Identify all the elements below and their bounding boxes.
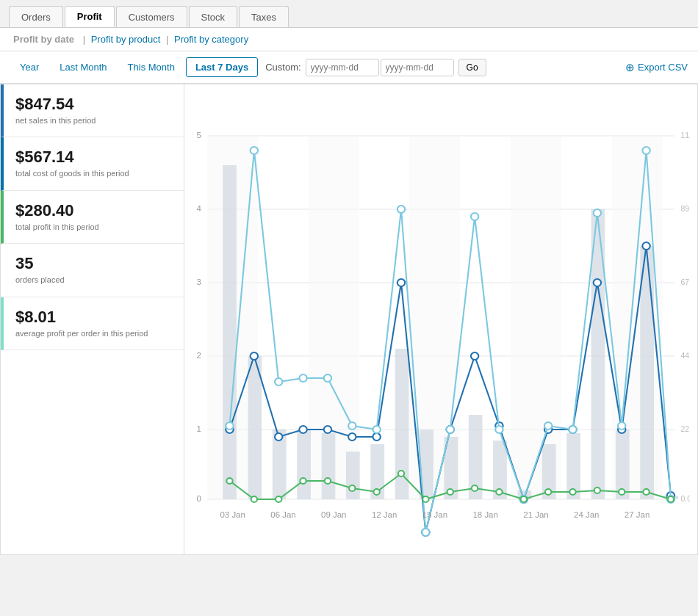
svg-point-48 <box>373 433 380 441</box>
stat-cost-goods-value: $567.14 <box>15 148 172 167</box>
svg-rect-28 <box>346 452 360 499</box>
svg-point-44 <box>275 433 282 441</box>
svg-point-72 <box>495 426 503 433</box>
custom-date-end[interactable] <box>381 59 454 76</box>
stats-panel: $847.54 net sales in this period $567.14… <box>1 84 184 554</box>
svg-point-74 <box>544 422 552 430</box>
svg-rect-40 <box>640 246 654 499</box>
filter-last-7-days[interactable]: Last 7 Days <box>186 57 258 77</box>
stat-cost-goods-label: total cost of goods in this period <box>15 168 172 179</box>
svg-point-82 <box>276 496 281 502</box>
stat-net-sales-value: $847.54 <box>15 95 172 114</box>
svg-point-75 <box>569 426 576 433</box>
svg-point-59 <box>642 242 650 250</box>
stat-avg-profit-label: average profit per order in this period <box>15 328 172 339</box>
svg-text:67.33: 67.33 <box>680 278 690 286</box>
svg-rect-23 <box>223 165 237 499</box>
subnav-link-product[interactable]: Profit by product <box>91 34 161 45</box>
svg-point-96 <box>619 489 625 495</box>
svg-point-85 <box>349 485 355 491</box>
subnav-link-category[interactable]: Profit by category <box>174 34 248 45</box>
svg-point-67 <box>373 426 380 433</box>
svg-text:0.00: 0.00 <box>680 495 690 503</box>
svg-point-43 <box>251 352 258 360</box>
svg-text:12 Jan: 12 Jan <box>372 510 397 519</box>
chart-area: 5 4 3 2 1 0 112.21 89.77 67.33 44.88 22.… <box>184 84 697 554</box>
svg-point-62 <box>251 147 258 154</box>
svg-text:18 Jan: 18 Jan <box>472 510 497 519</box>
svg-point-90 <box>472 485 478 491</box>
svg-point-47 <box>348 433 356 441</box>
svg-text:2: 2 <box>197 351 201 360</box>
svg-point-95 <box>594 488 600 493</box>
svg-point-69 <box>422 529 429 536</box>
svg-text:09 Jan: 09 Jan <box>321 510 346 519</box>
svg-point-63 <box>275 378 282 385</box>
filter-last-month[interactable]: Last Month <box>50 57 116 77</box>
stat-net-sales-label: net sales in this period <box>15 115 172 126</box>
go-button[interactable]: Go <box>458 59 486 76</box>
stat-avg-profit: $8.01 average profit per order in this p… <box>1 297 184 350</box>
svg-point-71 <box>471 213 478 220</box>
custom-date-start[interactable] <box>306 59 379 76</box>
subnav-separator1: | <box>83 34 88 45</box>
svg-text:1: 1 <box>197 424 201 433</box>
svg-point-64 <box>299 374 306 382</box>
sub-nav: Profit by date | Profit by product | Pro… <box>0 28 698 51</box>
svg-point-78 <box>642 147 650 154</box>
filter-this-month[interactable]: This Month <box>118 57 184 77</box>
tab-taxes[interactable]: Taxes <box>239 6 289 27</box>
stat-total-profit: $280.40 total profit in this period <box>1 191 184 244</box>
svg-point-94 <box>569 489 575 495</box>
subnav-current: Profit by date <box>13 34 74 45</box>
svg-point-91 <box>496 489 502 495</box>
stat-cost-goods: $567.14 total cost of goods in this peri… <box>1 137 184 190</box>
svg-point-46 <box>324 426 331 433</box>
svg-point-77 <box>618 422 625 430</box>
svg-point-93 <box>545 489 551 495</box>
svg-point-65 <box>324 374 331 382</box>
svg-text:89.77: 89.77 <box>680 205 690 213</box>
svg-text:06 Jan: 06 Jan <box>270 510 295 519</box>
tab-profit[interactable]: Profit <box>65 6 115 27</box>
svg-text:44.88: 44.88 <box>680 352 690 360</box>
svg-point-89 <box>447 489 453 495</box>
svg-point-88 <box>422 496 428 502</box>
svg-point-70 <box>447 426 454 433</box>
svg-rect-24 <box>248 356 262 499</box>
profit-chart: 5 4 3 2 1 0 112.21 89.77 67.33 44.88 22.… <box>184 92 690 547</box>
svg-point-98 <box>668 496 674 502</box>
tab-customers[interactable]: Customers <box>116 6 187 27</box>
svg-point-76 <box>594 209 601 217</box>
svg-point-52 <box>471 352 478 360</box>
stat-total-profit-value: $280.40 <box>15 201 172 220</box>
svg-point-80 <box>226 478 232 484</box>
svg-rect-26 <box>297 430 311 499</box>
svg-text:5: 5 <box>197 131 201 139</box>
top-nav: Orders Profit Customers Stock Taxes <box>0 0 698 28</box>
main-content: $847.54 net sales in this period $567.14… <box>0 84 698 555</box>
tab-stock[interactable]: Stock <box>189 6 238 27</box>
svg-point-68 <box>397 206 405 213</box>
svg-text:4: 4 <box>197 204 201 213</box>
svg-point-61 <box>226 422 233 430</box>
stat-orders: 35 orders placed <box>1 244 184 297</box>
stat-orders-value: 35 <box>15 254 172 273</box>
filter-year[interactable]: Year <box>10 57 48 77</box>
svg-point-83 <box>300 478 306 484</box>
export-label: Export CSV <box>638 62 688 73</box>
svg-rect-27 <box>322 433 336 499</box>
svg-point-92 <box>521 496 527 502</box>
svg-text:0: 0 <box>197 494 201 503</box>
svg-point-81 <box>251 496 257 502</box>
svg-point-57 <box>594 279 601 286</box>
svg-point-45 <box>299 426 306 433</box>
circle-plus-icon: ⊕ <box>625 61 635 74</box>
tab-orders[interactable]: Orders <box>9 6 63 27</box>
export-csv-button[interactable]: ⊕ Export CSV <box>625 61 688 74</box>
stat-total-profit-label: total profit in this period <box>15 222 172 233</box>
stat-avg-profit-value: $8.01 <box>15 308 172 327</box>
svg-text:15 Jan: 15 Jan <box>422 510 447 519</box>
svg-text:21 Jan: 21 Jan <box>523 510 548 519</box>
stat-orders-label: orders placed <box>15 275 172 286</box>
